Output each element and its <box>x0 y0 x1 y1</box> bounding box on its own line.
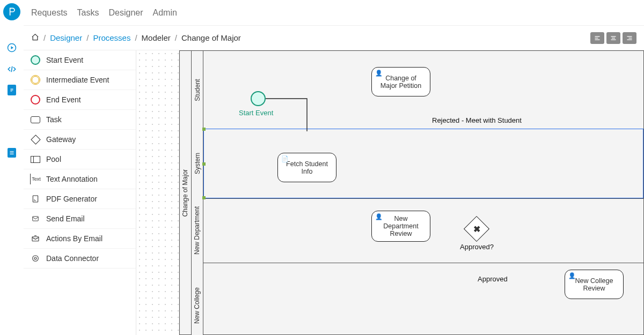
align-left-button[interactable] <box>590 32 604 44</box>
bpmn-canvas[interactable]: Change of Major Student System New Depar… <box>179 50 644 335</box>
svg-point-5 <box>33 256 39 262</box>
breadcrumb: / Designer / Processes / Modeler / Chang… <box>31 33 241 43</box>
list-icon[interactable] <box>8 148 16 158</box>
user-icon: 👤 <box>375 213 383 220</box>
align-center-button[interactable] <box>606 32 620 44</box>
play-icon[interactable] <box>6 42 18 54</box>
nav-designer[interactable]: Designer <box>109 8 143 18</box>
start-event[interactable] <box>251 91 266 106</box>
svg-rect-2 <box>33 196 38 202</box>
palette-task[interactable]: Task <box>24 110 136 130</box>
edge-label-rejected: Rejected - Meet with Student <box>432 116 522 124</box>
nav-tasks[interactable]: Tasks <box>77 8 99 18</box>
start-event-label: Start Event <box>239 109 273 117</box>
svg-rect-1 <box>9 110 14 114</box>
nav-admin[interactable]: Admin <box>153 8 177 18</box>
palette-pdf-generator[interactable]: PDF Generator <box>24 189 136 209</box>
pool[interactable]: Change of Major Student System New Depar… <box>179 50 644 335</box>
palette-actions-by-email[interactable]: Actions By Email <box>24 229 136 249</box>
crumb-designer[interactable]: Designer <box>50 33 82 42</box>
file-icon[interactable] <box>8 85 16 95</box>
svg-point-6 <box>34 257 36 259</box>
resize-handle[interactable] <box>202 128 206 131</box>
palette-send-email[interactable]: Send Email <box>24 209 136 229</box>
task-change-of-major-petition[interactable]: 👤 Change of Major Petition <box>371 67 430 96</box>
resize-handle[interactable] <box>202 196 206 199</box>
edges <box>192 51 353 131</box>
left-rail <box>0 0 24 335</box>
palette-end-event[interactable]: End Event <box>24 90 136 110</box>
gateway-label: Approved? <box>460 243 494 251</box>
top-nav: Requests Tasks Designer Admin <box>24 0 644 26</box>
lane-new-department[interactable]: New Department <box>192 198 203 263</box>
lane-system[interactable]: System <box>192 129 203 198</box>
home-icon[interactable] <box>31 33 39 43</box>
element-palette: Start Event Intermediate Event End Event… <box>24 50 136 335</box>
dot-grid-margin <box>136 50 179 335</box>
palette-gateway[interactable]: Gateway <box>24 130 136 150</box>
palette-data-connector[interactable]: Data Connector <box>24 249 136 269</box>
palette-intermediate-event[interactable]: Intermediate Event <box>24 70 136 90</box>
lane-separator <box>192 263 643 263</box>
palette-start-event[interactable]: Start Event <box>24 50 136 70</box>
lane-separator <box>192 198 643 199</box>
user-icon: 👤 <box>375 70 383 77</box>
crumb-current: Change of Major <box>181 33 241 42</box>
palette-text-annotation[interactable]: TextText Annotation <box>24 169 136 189</box>
pool-title[interactable]: Change of Major <box>180 51 192 334</box>
breadcrumb-bar: / Designer / Processes / Modeler / Chang… <box>24 26 644 50</box>
svg-rect-4 <box>32 237 39 241</box>
edge-label-approved: Approved <box>478 275 508 283</box>
palette-pool[interactable]: Pool <box>24 150 136 169</box>
lane-new-college[interactable]: New College <box>192 263 203 335</box>
gear-icon[interactable] <box>6 126 18 138</box>
app-logo[interactable] <box>3 3 20 20</box>
gateway-approved[interactable]: ✖ <box>464 216 489 242</box>
user-icon: 👤 <box>568 272 576 279</box>
code-icon[interactable] <box>6 63 18 75</box>
crumb-processes[interactable]: Processes <box>93 33 130 42</box>
align-toolbar <box>590 32 636 44</box>
lock-icon[interactable] <box>6 105 18 117</box>
svg-rect-3 <box>33 217 39 221</box>
selection-box[interactable] <box>203 129 643 198</box>
align-right-button[interactable] <box>623 32 636 44</box>
crumb-modeler: Modeler <box>142 33 171 42</box>
nav-requests[interactable]: Requests <box>31 8 68 18</box>
gateway-x-icon: ✖ <box>468 220 485 237</box>
task-new-department-review[interactable]: 👤 New Department Review <box>371 211 430 242</box>
resize-handle[interactable] <box>202 162 206 166</box>
lane-student[interactable]: Student <box>192 51 203 129</box>
task-new-college-review[interactable]: 👤 New College Review <box>565 270 624 299</box>
